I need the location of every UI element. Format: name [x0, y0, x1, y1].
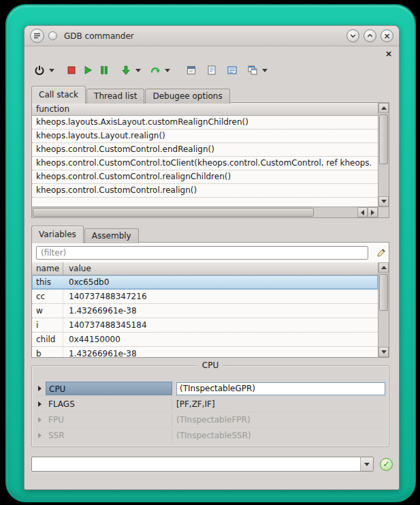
tab-assembly[interactable]: Assembly — [84, 228, 139, 243]
tab-thread-list[interactable]: Thread list — [86, 89, 144, 104]
scroll-track[interactable] — [378, 113, 389, 196]
filter-input[interactable] — [36, 246, 368, 260]
variables-list: this 0xc65db0 cc 140737488347216 w 1.432… — [32, 275, 378, 357]
callstack-tabbar: Call stack Thread list Debugee options — [31, 86, 231, 103]
memory-button[interactable] — [224, 62, 240, 78]
variable-name: this — [32, 275, 63, 289]
combo-dropdown-button[interactable] — [360, 457, 373, 471]
shade-button[interactable] — [346, 29, 359, 42]
client-area: × — [25, 46, 399, 489]
window-menu-button[interactable] — [30, 29, 44, 43]
cpu-value-editor[interactable] — [176, 382, 385, 395]
window-frame: GDB commander × × — [5, 4, 416, 502]
step-over-dropdown[interactable] — [163, 62, 171, 78]
step-into-button[interactable] — [118, 62, 134, 78]
register-group-name: FPU — [46, 413, 172, 427]
scrollbar-corner — [378, 206, 389, 217]
callstack-row[interactable]: kheops.control.CustomControl.realignChil… — [32, 170, 378, 184]
cpu-register-row[interactable]: CPU — [35, 381, 385, 397]
step-into-dropdown[interactable] — [134, 62, 142, 78]
dropdown-arrow-icon — [49, 69, 54, 72]
dock-close-button[interactable]: × — [385, 50, 392, 58]
cpu-register-row[interactable]: FPU (TInspectableFPR) — [35, 412, 385, 428]
callstack-row[interactable]: kheops.control.CustomControl.endRealign(… — [32, 143, 378, 157]
variables-vertical-scrollbar[interactable] — [378, 262, 389, 357]
variables-panel: name value this 0xc65db0 cc 140737488347… — [31, 242, 389, 358]
arrow-down-icon — [381, 350, 387, 354]
variable-name: i — [32, 318, 63, 332]
variable-name: w — [32, 304, 63, 318]
windows-button[interactable] — [244, 62, 261, 78]
callstack-row[interactable]: kheops.control.CustomControl.toClient(kh… — [32, 157, 378, 170]
scroll-left-button[interactable] — [357, 207, 368, 217]
step-over-button[interactable] — [147, 62, 163, 78]
filter-pen-button[interactable] — [375, 247, 387, 259]
variable-row[interactable]: i 140737488345184 — [32, 318, 378, 333]
pause-button[interactable] — [96, 62, 112, 78]
value-column-header[interactable]: value — [63, 262, 378, 275]
scroll-up-button[interactable] — [378, 262, 389, 273]
variable-row[interactable]: this 0xc65db0 — [32, 275, 378, 290]
variable-value: 140737488347216 — [63, 290, 378, 303]
variable-name: cc — [32, 290, 63, 303]
tab-debugee-options[interactable]: Debugee options — [145, 89, 229, 104]
close-button[interactable]: × — [381, 29, 393, 42]
scroll-handle[interactable] — [379, 274, 388, 311]
register-group-value: (TInspectableSSR) — [172, 431, 385, 440]
callstack-row[interactable]: kheops.layouts.AxisLayout.customRealignC… — [32, 116, 378, 129]
scroll-down-button[interactable] — [378, 196, 389, 206]
check-icon: ✓ — [383, 460, 389, 468]
window-title: GDB commander — [64, 31, 134, 41]
power-icon — [34, 65, 45, 76]
command-combobox[interactable] — [31, 457, 374, 472]
command-row: ✓ — [31, 456, 392, 472]
scroll-up-button[interactable] — [378, 103, 389, 113]
expand-icon[interactable] — [38, 417, 42, 423]
callstack-vertical-scrollbar[interactable] — [378, 103, 389, 206]
scroll-track[interactable] — [378, 273, 389, 347]
callstack-horizontal-scrollbar[interactable] — [32, 206, 378, 217]
close-icon: × — [383, 32, 390, 40]
list-button[interactable] — [204, 62, 220, 78]
expand-icon[interactable] — [38, 433, 42, 438]
log-icon — [186, 65, 197, 76]
stop-button[interactable] — [63, 62, 80, 78]
expand-icon[interactable] — [38, 386, 42, 391]
tab-call-stack[interactable]: Call stack — [31, 86, 86, 104]
command-input[interactable] — [32, 457, 360, 471]
callstack-list: kheops.layouts.AxisLayout.customRealignC… — [32, 116, 378, 206]
variable-row[interactable]: b 1.43266961e-38 — [32, 347, 378, 357]
titlebar[interactable]: GDB commander × — [25, 26, 399, 46]
log-button[interactable] — [183, 62, 199, 78]
menu-icon — [33, 31, 42, 40]
run-button[interactable] — [80, 62, 96, 78]
variable-row[interactable]: child 0x44150000 — [32, 333, 378, 347]
maximize-button[interactable] — [364, 29, 376, 42]
power-button[interactable] — [31, 62, 48, 78]
name-column-header[interactable]: name — [32, 262, 63, 275]
arrow-up-icon — [381, 106, 387, 110]
scroll-handle[interactable] — [33, 208, 314, 217]
cpu-register-row[interactable]: FLAGS [PF,ZF,IF] — [35, 397, 385, 412]
callstack-column-header[interactable]: function — [32, 103, 389, 116]
power-dropdown[interactable] — [48, 62, 55, 78]
tab-variables[interactable]: Variables — [31, 226, 84, 243]
variable-name: child — [32, 333, 63, 346]
variable-value: 140737488345184 — [63, 318, 378, 332]
variable-row[interactable]: cc 140737488347216 — [32, 290, 378, 304]
scroll-track[interactable] — [32, 207, 357, 217]
arrow-left-icon — [361, 210, 364, 215]
scroll-right-button[interactable] — [368, 207, 378, 217]
expand-icon[interactable] — [38, 401, 42, 407]
callstack-row[interactable]: kheops.layouts.Layout.realign() — [32, 129, 378, 143]
scroll-down-button[interactable] — [378, 347, 389, 357]
pin-button[interactable] — [48, 31, 57, 40]
callstack-row[interactable]: kheops.control.CustomControl.realign() — [32, 184, 378, 198]
debug-toolbar — [31, 61, 268, 79]
send-command-button[interactable]: ✓ — [380, 458, 393, 471]
variable-row[interactable]: w 1.43266961e-38 — [32, 304, 378, 318]
variable-value: 1.43266961e-38 — [63, 347, 378, 357]
cpu-register-row[interactable]: SSR (TInspectableSSR) — [35, 428, 385, 443]
windows-dropdown[interactable] — [261, 62, 268, 78]
scroll-handle[interactable] — [379, 114, 388, 164]
